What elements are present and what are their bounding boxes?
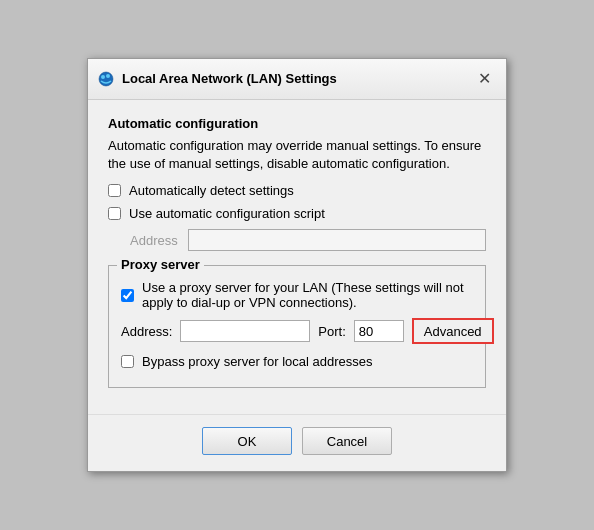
use-script-label: Use automatic configuration script: [129, 206, 325, 221]
lan-settings-dialog: Local Area Network (LAN) Settings ✕ Auto…: [87, 58, 507, 472]
auto-address-input[interactable]: [188, 229, 486, 251]
automatic-config-section: Automatic configuration Automatic config…: [108, 116, 486, 251]
proxy-address-input[interactable]: [180, 320, 310, 342]
proxy-addr-port-row: Address: Port: Advanced: [121, 318, 473, 344]
auto-config-desc: Automatic configuration may override man…: [108, 137, 486, 173]
proxy-address-label: Address:: [121, 324, 172, 339]
detect-settings-label: Automatically detect settings: [129, 183, 294, 198]
close-button[interactable]: ✕: [472, 67, 496, 91]
svg-point-2: [106, 74, 110, 78]
proxy-port-input[interactable]: [354, 320, 404, 342]
auto-config-label: Automatic configuration: [108, 116, 486, 131]
auto-address-row: Address: [130, 229, 486, 251]
detect-settings-checkbox[interactable]: [108, 184, 121, 197]
cancel-button[interactable]: Cancel: [302, 427, 392, 455]
proxy-server-section: Proxy server Use a proxy server for your…: [108, 265, 486, 388]
proxy-port-label: Port:: [318, 324, 345, 339]
dialog-body: Automatic configuration Automatic config…: [88, 100, 506, 404]
proxy-server-label: Proxy server: [117, 257, 204, 272]
svg-point-0: [99, 72, 113, 86]
use-proxy-label: Use a proxy server for your LAN (These s…: [142, 280, 473, 310]
use-proxy-row: Use a proxy server for your LAN (These s…: [121, 280, 473, 310]
bypass-proxy-row: Bypass proxy server for local addresses: [121, 354, 473, 369]
title-bar: Local Area Network (LAN) Settings ✕: [88, 59, 506, 100]
dialog-icon: [98, 71, 114, 87]
bypass-proxy-label: Bypass proxy server for local addresses: [142, 354, 372, 369]
dialog-title: Local Area Network (LAN) Settings: [122, 71, 472, 86]
use-proxy-checkbox[interactable]: [121, 289, 134, 302]
use-script-checkbox[interactable]: [108, 207, 121, 220]
bypass-proxy-checkbox[interactable]: [121, 355, 134, 368]
advanced-button[interactable]: Advanced: [412, 318, 494, 344]
dialog-footer: OK Cancel: [88, 414, 506, 471]
use-script-row: Use automatic configuration script: [108, 206, 486, 221]
auto-address-label: Address: [130, 233, 180, 248]
detect-settings-row: Automatically detect settings: [108, 183, 486, 198]
ok-button[interactable]: OK: [202, 427, 292, 455]
svg-point-1: [101, 75, 105, 79]
